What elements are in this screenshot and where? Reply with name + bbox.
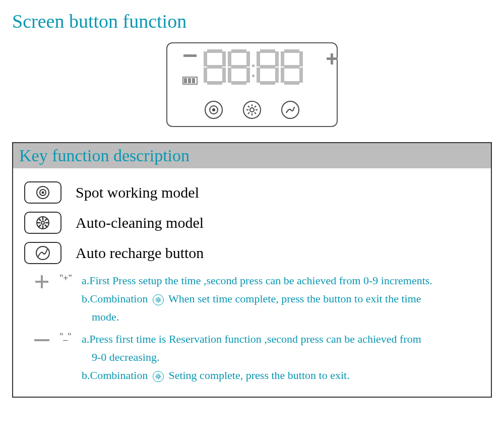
control-panel-illustration	[12, 42, 492, 127]
svg-point-42	[157, 375, 159, 377]
minus-note: "_" a.Press first time is Reservation fu…	[24, 331, 480, 385]
svg-point-2	[250, 108, 254, 112]
svg-line-10	[255, 106, 256, 107]
svg-line-22	[45, 219, 47, 221]
plus-glyph-icon	[34, 274, 49, 289]
spot-icon	[24, 181, 61, 204]
auto-clean-label: Auto-cleaning model	[76, 214, 204, 231]
recharge-label: Auto recharge button	[76, 244, 204, 262]
svg-line-9	[248, 112, 249, 114]
description-box: Key function description Spot working mo…	[12, 142, 492, 398]
panel-frame	[166, 42, 338, 127]
recharge-icon	[24, 242, 61, 264]
minus-symbol-label: "_"	[59, 331, 82, 385]
minus-note-a2: 9-0 decreasing.	[82, 349, 480, 366]
svg-line-20	[45, 225, 47, 227]
gear-icon	[24, 212, 61, 234]
minus-note-b: b.Combination Seting complete, press the…	[82, 367, 480, 384]
minus-glyph-icon	[34, 333, 49, 348]
panel-recharge-icon	[281, 101, 299, 119]
svg-line-38	[156, 374, 157, 375]
plus-note: "+" a.First Press setup the time ,second…	[24, 272, 480, 327]
plus-note-a: a.First Press setup the time ,second pre…	[82, 272, 480, 289]
svg-point-13	[42, 192, 44, 194]
inline-gear-icon	[153, 294, 164, 305]
section-header-bar: Key function description	[13, 143, 491, 168]
svg-line-31	[156, 301, 157, 302]
svg-line-8	[255, 112, 256, 114]
minus-note-a1: a.Press first time is Reservation functi…	[82, 331, 480, 348]
svg-line-40	[156, 377, 157, 378]
plus-note-b-tail: mode.	[82, 308, 480, 326]
panel-spot-icon	[205, 101, 223, 119]
minus-icon	[183, 54, 197, 57]
svg-line-30	[159, 301, 160, 302]
svg-point-23	[41, 221, 44, 224]
panel-gear-icon	[243, 101, 261, 119]
svg-line-32	[159, 298, 160, 299]
svg-point-1	[212, 108, 215, 111]
seven-segment-display	[203, 49, 304, 85]
inline-gear-icon	[153, 371, 164, 382]
plus-note-b: b.Combination When set time complete, pr…	[82, 290, 480, 307]
section-header: Key function description	[19, 146, 190, 165]
svg-line-19	[39, 219, 41, 221]
svg-line-29	[156, 298, 157, 299]
legend-row-auto-clean: Auto-cleaning model	[24, 212, 480, 234]
battery-icon	[182, 77, 198, 85]
svg-line-7	[248, 106, 249, 107]
page-title: Screen button function	[12, 10, 492, 32]
plus-symbol-label: "+"	[59, 272, 82, 327]
svg-line-39	[159, 377, 160, 378]
legend-row-recharge: Auto recharge button	[24, 242, 480, 264]
svg-line-21	[39, 225, 41, 227]
spot-label: Spot working model	[76, 184, 199, 201]
legend-row-spot: Spot working model	[24, 181, 480, 204]
svg-point-33	[157, 299, 159, 301]
svg-line-41	[159, 374, 160, 375]
